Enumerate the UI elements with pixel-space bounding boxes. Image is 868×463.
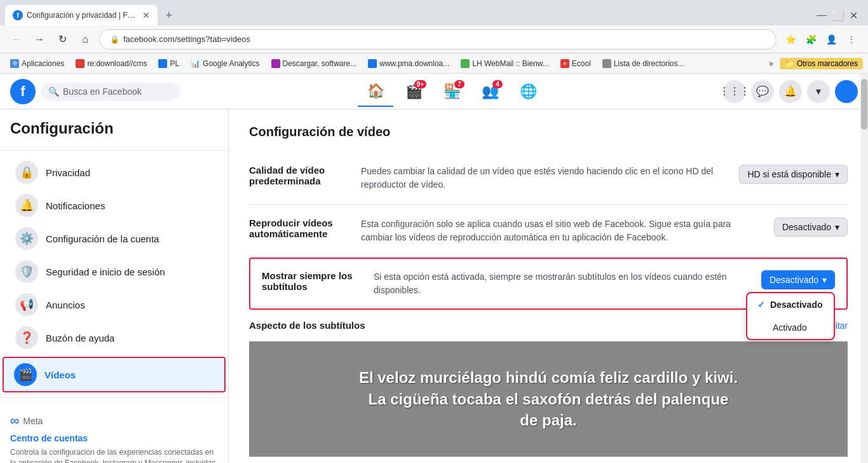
subtitles-row: Mostrar siempre lossubtítulos Si esta op… bbox=[249, 258, 848, 310]
refresh-button[interactable]: ↻ bbox=[53, 31, 71, 48]
forward-button[interactable]: → bbox=[31, 31, 48, 48]
search-bar[interactable]: 🔍 Busca en Facebook bbox=[41, 83, 180, 100]
search-icon: 🔍 bbox=[48, 86, 59, 97]
option-label: Activado bbox=[773, 322, 807, 333]
tab-close-button[interactable]: ✕ bbox=[142, 10, 150, 20]
facebook-header: f 🔍 Busca en Facebook 🏠 🎬 9+ 🏪 7 👥 bbox=[0, 74, 868, 109]
nav-globe[interactable]: 🌐 bbox=[510, 76, 546, 107]
meta-icon: ∞ bbox=[10, 413, 19, 428]
nav-home[interactable]: 🏠 bbox=[358, 76, 393, 107]
quality-dropdown-button[interactable]: HD si está disponible ▾ bbox=[739, 165, 848, 184]
search-placeholder: Busca en Facebook bbox=[63, 86, 142, 97]
bookmark-recms[interactable]: re:download//cms bbox=[71, 58, 152, 69]
subtitles-option-desactivado[interactable]: ✓ Desactivado bbox=[747, 293, 834, 316]
sidebar-item-cuenta[interactable]: ⚙️ Configuración de la cuenta bbox=[5, 222, 223, 255]
autoplay-dropdown-label: Desactivado bbox=[782, 222, 831, 232]
sidebar-item-seguridad[interactable]: 🛡️ Seguridad e inicio de sesión bbox=[5, 255, 223, 288]
new-tab-button[interactable]: + bbox=[160, 6, 178, 24]
anuncios-label: Anuncios bbox=[46, 300, 85, 310]
scrollbar-track bbox=[860, 74, 868, 463]
bookmark-label: PL bbox=[170, 59, 179, 68]
back-button[interactable]: ← bbox=[8, 31, 25, 48]
bookmark-favicon-descargar bbox=[271, 59, 280, 68]
autoplay-row: Reproducir vídeosautomáticamente Esta co… bbox=[249, 205, 848, 258]
bookmark-label: Ecool bbox=[572, 59, 591, 68]
bookmark-lista[interactable]: Lista de directorios... bbox=[597, 58, 689, 69]
bookmark-label: Aplicaciones bbox=[22, 59, 64, 68]
videos-icon: 🎬 bbox=[14, 363, 37, 386]
bookmark-star-button[interactable]: ⭐ bbox=[782, 31, 799, 48]
anuncios-icon: 📢 bbox=[15, 293, 38, 316]
autoplay-dropdown-button[interactable]: Desactivado ▾ bbox=[774, 218, 848, 237]
quality-description: Puedes cambiar la calidad de un vídeo qu… bbox=[361, 166, 713, 190]
close-window-button[interactable]: ✕ bbox=[850, 10, 858, 22]
subtitles-dropdown-label: Desactivado bbox=[770, 275, 818, 285]
bookmark-ecool[interactable]: e Ecool bbox=[555, 58, 596, 69]
extensions-button[interactable]: 🧩 bbox=[802, 31, 820, 48]
subtitles-dropdown-icon: ▾ bbox=[822, 275, 827, 285]
aspect-label: Aspecto de los subtítulos bbox=[249, 320, 365, 331]
subtitles-label: Mostrar siempre lossubtítulos bbox=[262, 270, 353, 292]
groups-badge: 4 bbox=[492, 80, 503, 88]
notifications-button[interactable]: 🔔 bbox=[779, 80, 802, 103]
sidebar-item-notificaciones[interactable]: 🔔 Notificaciones bbox=[5, 189, 223, 222]
centro-cuentas-link[interactable]: Centro de cuentas bbox=[10, 433, 218, 443]
bookmark-pma[interactable]: www.pma.downloa... bbox=[363, 58, 454, 69]
account-dropdown-button[interactable]: ▾ bbox=[807, 80, 830, 103]
privacidad-label: Privacidad bbox=[46, 167, 90, 178]
bookmark-favicon-pl bbox=[158, 59, 167, 68]
main-content: Configuración 🔒 Privacidad 🔔 Notificacio… bbox=[0, 109, 868, 463]
nav-groups[interactable]: 👥 4 bbox=[472, 76, 508, 107]
seguridad-label: Seguridad e inicio de sesión bbox=[46, 266, 165, 277]
quality-row: Calidad de vídeopredeterminada Puedes ca… bbox=[249, 152, 848, 205]
home-button[interactable]: ⌂ bbox=[76, 31, 94, 48]
bookmark-favicon-lista bbox=[602, 59, 611, 68]
settings-sidebar: Configuración 🔒 Privacidad 🔔 Notificacio… bbox=[0, 109, 229, 463]
subtitles-dropdown-button[interactable]: Desactivado ▾ bbox=[761, 270, 835, 289]
browser-tab[interactable]: f Configuración y privacidad | Face... ✕ bbox=[5, 5, 158, 25]
bookmarks-bar: ⚙ Aplicaciones re:download//cms PL 📊 Goo… bbox=[0, 53, 868, 74]
header-right-icons: ⋮⋮⋮ 💬 🔔 ▾ bbox=[723, 80, 858, 103]
page-title: Configuración de vídeo bbox=[249, 125, 848, 139]
menu-button[interactable]: ⋮ bbox=[843, 31, 860, 48]
sidebar-item-videos[interactable]: 🎬 Vídeos bbox=[3, 357, 226, 392]
subtitles-option-activado[interactable]: Activado bbox=[747, 316, 834, 339]
bookmark-lh[interactable]: LH WebMail :: Bienw... bbox=[456, 58, 554, 69]
subtitles-dropdown-menu: ✓ Desactivado Activado bbox=[746, 292, 835, 340]
meta-description: Controla la configuración de las experie… bbox=[10, 447, 218, 463]
volume-row: Volumen El vídeo empezará con un volumen… bbox=[249, 457, 848, 463]
sidebar-item-privacidad[interactable]: 🔒 Privacidad bbox=[5, 156, 223, 189]
quality-dropdown-icon: ▾ bbox=[835, 169, 839, 179]
url-text: facebook.com/settings?tab=videos bbox=[123, 34, 766, 44]
bookmark-analytics[interactable]: 📊 Google Analytics bbox=[186, 58, 264, 69]
address-bar[interactable]: 🔒 facebook.com/settings?tab=videos bbox=[99, 29, 776, 50]
sidebar-item-buzon[interactable]: ❓ Buzón de ayuda bbox=[5, 321, 223, 354]
meta-logo: ∞ Meta bbox=[10, 413, 218, 428]
scrollbar-thumb[interactable] bbox=[861, 79, 867, 130]
privacidad-icon: 🔒 bbox=[15, 161, 38, 184]
sidebar-item-anuncios[interactable]: 📢 Anuncios bbox=[5, 288, 223, 321]
user-avatar[interactable] bbox=[835, 80, 858, 103]
meta-text: Meta bbox=[23, 416, 43, 426]
bookmark-label: Descargar, software... bbox=[283, 59, 357, 68]
bookmarks-more-button[interactable]: » bbox=[764, 58, 778, 69]
messenger-button[interactable]: 💬 bbox=[751, 80, 774, 103]
facebook-logo[interactable]: f bbox=[10, 79, 36, 104]
nav-video[interactable]: 🎬 9+ bbox=[396, 76, 431, 107]
quality-label: Calidad de vídeopredeterminada bbox=[249, 165, 325, 186]
folder-icon: 📁 bbox=[785, 59, 794, 68]
bookmarks-others[interactable]: 📁 Otros marcadores bbox=[780, 58, 863, 69]
cuenta-label: Configuración de la cuenta bbox=[46, 233, 159, 244]
bookmark-aplicaciones[interactable]: ⚙ Aplicaciones bbox=[5, 58, 69, 69]
bookmark-favicon-lh bbox=[461, 59, 470, 68]
nav-marketplace[interactable]: 🏪 7 bbox=[434, 76, 470, 107]
profile-button[interactable]: 👤 bbox=[822, 31, 840, 48]
videos-label: Vídeos bbox=[44, 370, 76, 380]
video-badge: 9+ bbox=[414, 80, 426, 88]
maximize-button[interactable]: ⬜ bbox=[832, 10, 844, 22]
bookmark-descargar[interactable]: Descargar, software... bbox=[266, 58, 362, 69]
seguridad-icon: 🛡️ bbox=[15, 260, 38, 283]
bookmark-pl[interactable]: PL bbox=[153, 58, 184, 69]
minimize-button[interactable]: ― bbox=[817, 10, 827, 21]
grid-menu-button[interactable]: ⋮⋮⋮ bbox=[723, 80, 746, 103]
